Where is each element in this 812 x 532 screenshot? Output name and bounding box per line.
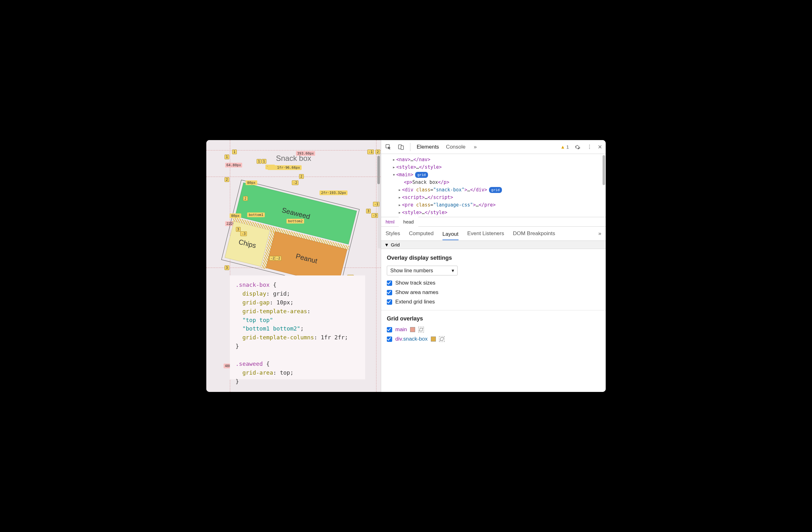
inspect-element-icon[interactable]: [385, 143, 392, 151]
tab-computed[interactable]: Computed: [409, 229, 433, 238]
grid-section-header[interactable]: ▼Grid: [381, 241, 606, 249]
dom-node[interactable]: ▸<nav>…</nav>: [387, 156, 606, 163]
chevron-down-icon: ▾: [452, 268, 454, 274]
extended-grid-line: [376, 140, 376, 392]
breadcrumb-item[interactable]: head: [399, 217, 418, 226]
warning-icon: ▲: [561, 144, 565, 150]
grid-line-number: 3: [236, 227, 241, 232]
grid-overlays-heading: Grid overlays: [387, 316, 600, 322]
devtools-toolbar: Elements Console » ▲1 ⋮ ×: [381, 140, 606, 154]
devtools-window: 393.60px 64.80px 222px 480.60px 1 -1 2 1…: [206, 140, 606, 392]
styles-tabstrip: Styles Computed Layout Event Listeners D…: [381, 227, 606, 241]
track-size-label: 1fr·96.66px: [267, 165, 302, 170]
checkbox-area-names[interactable]: Show area names: [387, 289, 600, 296]
more-tabs-icon[interactable]: »: [598, 230, 601, 237]
grid-line-number: 2: [376, 150, 380, 154]
device-toggle-icon[interactable]: [397, 143, 404, 151]
row-size-label: 80px: [246, 180, 257, 185]
warnings-badge[interactable]: ▲1: [561, 144, 569, 150]
dom-node[interactable]: ▸<style>…</style>: [387, 209, 606, 216]
area-name-label: bottom2: [287, 219, 304, 224]
grid-badge[interactable]: grid: [489, 187, 502, 193]
dom-node[interactable]: ▸<style>…</style>: [387, 163, 606, 171]
track-size-label: 2fr·193.32px: [320, 191, 348, 195]
overlay-settings-heading: Overlay display settings: [387, 255, 600, 261]
checkbox-icon: [387, 280, 392, 286]
devtools-panel: Elements Console » ▲1 ⋮ × ▸<nav>…</nav> …: [381, 140, 606, 392]
checkbox-track-sizes[interactable]: Show track sizes: [387, 280, 600, 286]
row-size-label: 80px: [230, 213, 241, 218]
grid-line-number: -1: [367, 150, 374, 154]
svg-rect-2: [401, 146, 404, 150]
tab-layout[interactable]: Layout: [443, 230, 459, 240]
more-tabs-icon[interactable]: »: [472, 143, 479, 151]
grid-badge[interactable]: grid: [415, 172, 428, 178]
dom-node[interactable]: ▸<div class="snack-box">…</div>grid: [387, 186, 606, 194]
toolbar-separator: [410, 143, 410, 151]
overlay-element-name[interactable]: main: [395, 326, 407, 333]
grid-line-number: 1: [262, 159, 266, 164]
page-title: Snack box: [206, 154, 381, 163]
grid-line-number: -2: [292, 180, 299, 185]
cell-chips: Chips: [224, 221, 270, 267]
grid-line-number: 3: [224, 265, 229, 270]
grid-line-number: 2: [224, 177, 229, 182]
tab-styles[interactable]: Styles: [386, 229, 400, 238]
tab-elements[interactable]: Elements: [416, 143, 440, 151]
grid-line-number: -3: [372, 213, 378, 218]
grid-section-body: Overlay display settings Show line numbe…: [381, 249, 606, 352]
extended-grid-line: [206, 177, 381, 177]
elements-dom-tree[interactable]: ▸<nav>…</nav> ▸<style>…</style> ▾<main>g…: [381, 154, 606, 217]
section-divider: [381, 310, 606, 310]
page-viewport: 393.60px 64.80px 222px 480.60px 1 -1 2 1…: [206, 140, 381, 392]
checkbox-icon[interactable]: [387, 327, 392, 333]
checkbox-extend-lines[interactable]: Extend grid lines: [387, 299, 600, 305]
tab-event-listeners[interactable]: Event Listeners: [467, 229, 504, 238]
dom-node[interactable]: ▸<script>…</script>: [387, 194, 606, 201]
grid-line-number: -2: [275, 256, 281, 261]
grid-line-number: -3: [240, 232, 247, 236]
dom-node[interactable]: <p>Snack box</p>: [387, 179, 606, 186]
kebab-menu-icon[interactable]: ⋮: [586, 143, 593, 151]
grid-line-number: 1: [257, 159, 261, 164]
checkbox-icon[interactable]: [387, 337, 392, 342]
checkbox-icon: [387, 299, 392, 305]
area-name-label: bottom1: [247, 212, 265, 217]
close-devtools-icon[interactable]: ×: [598, 143, 602, 151]
disclosure-triangle-icon: ▼: [384, 242, 389, 248]
line-numbers-select[interactable]: Show line numbers ▾: [387, 266, 458, 276]
color-swatch[interactable]: [431, 337, 436, 341]
grid-line-number: -1: [373, 202, 380, 207]
page-scrollbar[interactable]: [377, 156, 380, 184]
grid-line-number: 3: [366, 209, 371, 213]
dom-breadcrumb: html head: [381, 217, 606, 227]
checkbox-icon: [387, 290, 392, 295]
grid-size-label: 64.80px: [225, 163, 242, 167]
tab-console[interactable]: Console: [445, 143, 466, 151]
breadcrumb-item[interactable]: html: [381, 217, 399, 226]
grid-line-number: 1: [232, 150, 237, 154]
dom-node[interactable]: ▾<main>grid: [387, 171, 606, 179]
grid-line-number: 2: [299, 174, 304, 179]
grid-overlay-item: div.snack-box: [387, 336, 600, 342]
dom-node[interactable]: ▸<pre class="language-css">…</pre>: [387, 201, 606, 209]
css-code-pane: .snack-box { display: grid; grid-gap: 10…: [230, 276, 365, 379]
settings-icon[interactable]: [574, 143, 581, 151]
grid-overlay-item: main: [387, 326, 600, 333]
tab-dom-breakpoints[interactable]: DOM Breakpoints: [513, 229, 555, 238]
reveal-element-icon[interactable]: [439, 336, 445, 342]
overlay-element-name[interactable]: div.snack-box: [395, 336, 428, 342]
grid-line-number: 2: [243, 196, 248, 201]
color-swatch[interactable]: [410, 327, 415, 332]
dom-scrollbar[interactable]: [603, 155, 605, 185]
reveal-element-icon[interactable]: [418, 327, 424, 333]
